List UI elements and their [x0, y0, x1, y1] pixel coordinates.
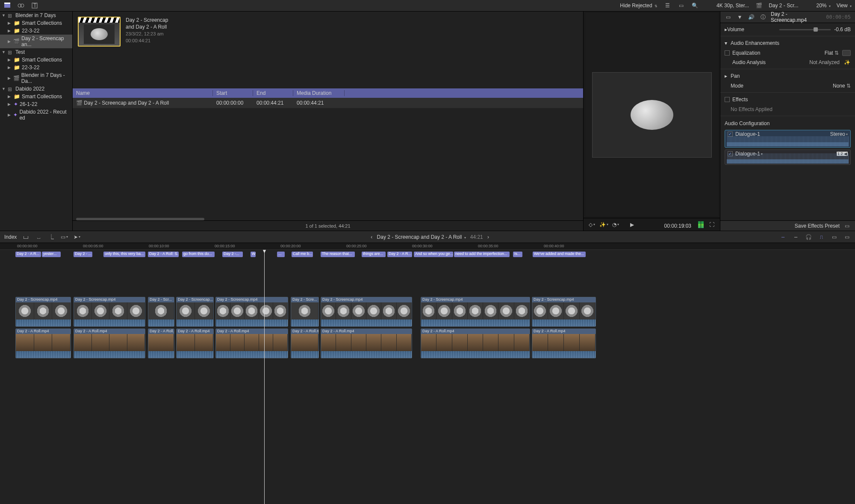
list-header[interactable]: Name Start End Media Duration: [73, 88, 583, 98]
caption-clip[interactable]: yester...: [42, 252, 61, 257]
caption-clip[interactable]: W: [251, 252, 256, 257]
connect-icon[interactable]: ⎿: [47, 233, 55, 241]
history-fwd-icon[interactable]: ›: [484, 233, 492, 241]
clip-view-icon[interactable]: ☰: [663, 2, 671, 9]
sidebar-item[interactable]: ▶📁22-3-22: [0, 27, 72, 35]
timeline-clip[interactable]: Day 2 - Screencap.mp4: [15, 297, 71, 327]
caption-clip[interactable]: Day 2 - ...: [74, 252, 92, 257]
sidebar-item[interactable]: ▶📁22-3-22: [0, 64, 72, 71]
audio-track-2[interactable]: Dialogue-1 ▾ 1 2 ◀: [725, 149, 851, 165]
audio-tab-icon[interactable]: 🔊: [748, 13, 755, 21]
audio-skim-icon[interactable]: ⎼: [792, 233, 799, 241]
history-back-icon[interactable]: ‹: [368, 233, 375, 241]
caption-clip[interactable]: Day 2 -...: [222, 252, 243, 257]
photos-icon[interactable]: [17, 2, 25, 9]
caption-clip[interactable]: things are...: [362, 252, 386, 257]
timeline-ruler[interactable]: 00:00:00:0000:00:05:0000:00:10:0000:00:1…: [0, 243, 855, 250]
solo-icon[interactable]: 🎧: [805, 233, 812, 241]
sidebar-item[interactable]: ▼Blender in 7 Days: [0, 12, 72, 19]
enhance-icon[interactable]: ✨▾: [600, 221, 607, 229]
timeline-clip[interactable]: Day 2 - Screencap.mp4: [74, 297, 145, 327]
eq-value[interactable]: Flat ⇅: [825, 50, 839, 56]
transform-icon[interactable]: ◇▾: [588, 221, 596, 229]
info-tab-icon[interactable]: ⓘ: [759, 13, 767, 21]
timeline-clip[interactable]: Day 2 - Screencap...: [176, 297, 214, 327]
play-icon[interactable]: ▶: [628, 221, 636, 229]
timeline-clip[interactable]: Day 2 - A Roll.mp4: [421, 328, 530, 358]
sidebar-item[interactable]: ▼Test: [0, 48, 72, 56]
sidebar-item[interactable]: ▶📁Smart Collections: [0, 19, 72, 27]
caption-clip[interactable]: The reason that...: [321, 252, 355, 257]
view-dropdown[interactable]: View ▾: [837, 3, 852, 9]
timeline-clip[interactable]: Day 2 - A Roll.mp4: [291, 328, 319, 358]
sidebar-item[interactable]: ▼Dabido 2022: [0, 85, 72, 93]
caption-clip[interactable]: Day 2 - A R...: [15, 252, 41, 257]
video-tab-icon[interactable]: ▭: [725, 13, 732, 21]
caption-clip[interactable]: Is...: [513, 252, 522, 257]
timeline-clip[interactable]: Day 2 - A Roll.mp4: [532, 328, 596, 358]
search-icon[interactable]: 🔍: [691, 2, 699, 9]
zoom-fit-icon[interactable]: ▭: [830, 233, 838, 241]
library-icon[interactable]: [3, 2, 11, 9]
skimming-icon[interactable]: ⎼: [779, 233, 787, 241]
sidebar-item[interactable]: ▶✦26-1-22: [0, 100, 72, 108]
caption-clip[interactable]: ...: [277, 252, 285, 257]
caption-clip[interactable]: Call me b...: [292, 252, 313, 257]
inspector: ▭ ▼ 🔊 ⓘ Day 2 - Screencap.mp4 00:00:05 ▸…: [720, 12, 855, 231]
project-name-dropdown[interactable]: Day 2 - Scr...: [769, 3, 798, 9]
color-tab-icon[interactable]: ▼: [736, 13, 743, 21]
analyze-icon[interactable]: ✨: [843, 59, 851, 66]
effects-checkbox[interactable]: [725, 97, 730, 102]
timeline-clip[interactable]: Day 2 - A Roll.mp4: [74, 328, 145, 358]
eq-reset[interactable]: [842, 50, 851, 56]
snap-icon[interactable]: ⎍: [817, 233, 825, 241]
select-tool-icon[interactable]: ➤▾: [73, 233, 81, 241]
caption-clip[interactable]: We've added and made the...: [533, 252, 586, 257]
audio-track-1[interactable]: Dialogue-1 Stereo ▾: [725, 130, 851, 148]
timeline-tracks[interactable]: Day 2 - A R...yester...Day 2 - ...only t…: [0, 250, 855, 504]
timeline-clip[interactable]: Day 2 - A Roll.mp4: [215, 328, 288, 358]
tools-icon[interactable]: ▭▾: [60, 233, 68, 241]
volume-slider[interactable]: [779, 29, 831, 30]
zoom-dropdown[interactable]: 20% ▾: [816, 3, 830, 9]
timeline-clip[interactable]: Day 2 - A Roll.mp4: [176, 328, 214, 358]
timeline-clip[interactable]: Day 2 - A Roll.mp4: [15, 328, 71, 358]
hide-rejected-dropdown[interactable]: Hide Rejected ⇅: [620, 3, 657, 9]
caption-clip[interactable]: only this, this very ba...: [103, 252, 145, 257]
sidebar-item[interactable]: ▶🎬Blender in 7 Days - Da...: [0, 71, 72, 85]
titles-icon[interactable]: T: [31, 2, 38, 9]
timeline-clip[interactable]: Day 2 - Screencap.mp4: [321, 297, 412, 327]
trim-icon[interactable]: ⌴: [22, 233, 29, 241]
position-icon[interactable]: ⎵: [35, 233, 42, 241]
caption-clip[interactable]: go from this do...: [182, 252, 215, 257]
sidebar-item[interactable]: ▶📁Smart Collections: [0, 56, 72, 64]
save-preset-button[interactable]: Save Effects Preset ▭: [720, 220, 855, 231]
timeline-title[interactable]: Day 2 - Screencap and Day 2 - A Roll: [377, 234, 462, 240]
retime-icon[interactable]: ◔▾: [612, 221, 619, 229]
list-view-icon[interactable]: ▭: [677, 2, 685, 9]
mode-value[interactable]: None ⇅: [833, 83, 851, 89]
caption-clip[interactable]: Day 2 - A Roll: S...: [148, 252, 179, 257]
timeline-clip[interactable]: Day 2 - A Roll.mp4: [321, 328, 412, 358]
eq-checkbox[interactable]: [725, 50, 730, 56]
viewer-toolbar: ◇▾ ✨▾ ◔▾ ▶ 00:00:19:03 ⛶: [584, 218, 720, 231]
sidebar-item[interactable]: ▶✦Dabido 2022 - Recut ed: [0, 108, 72, 122]
sidebar-item[interactable]: ▶🎬Day 2 - Screencap an...: [0, 35, 72, 48]
list-row[interactable]: 🎬 Day 2 - Screencap and Day 2 - A Roll 0…: [73, 98, 583, 108]
timeline-clip[interactable]: Day 2 - Screencap.mp4: [421, 297, 530, 327]
timeline-clip[interactable]: Day 2 - A Roll.mp4: [148, 328, 174, 358]
timeline-clip[interactable]: Day 2 - Screencap.mp4: [532, 297, 596, 327]
sidebar-item[interactable]: ▶📁Smart Collections: [0, 93, 72, 100]
clip-appearance-icon[interactable]: ▭: [843, 233, 851, 241]
fullscreen-icon[interactable]: ⛶: [708, 221, 716, 229]
caption-clip[interactable]: And so when you ge...: [414, 252, 453, 257]
timeline-clip[interactable]: Day 2 - Scr...: [148, 297, 174, 327]
playhead[interactable]: [264, 250, 265, 504]
timeline-clip[interactable]: Day 2 - Screencap.mp4: [215, 297, 288, 327]
project-thumbnail[interactable]: [78, 17, 121, 47]
viewer-canvas[interactable]: [585, 13, 718, 216]
index-button[interactable]: Index: [4, 234, 17, 240]
timeline-clip[interactable]: Day 2 - Scre...: [291, 297, 319, 327]
caption-clip[interactable]: need to add the imperfection...: [454, 252, 510, 257]
caption-clip[interactable]: Day 2 - A R...: [387, 252, 412, 257]
